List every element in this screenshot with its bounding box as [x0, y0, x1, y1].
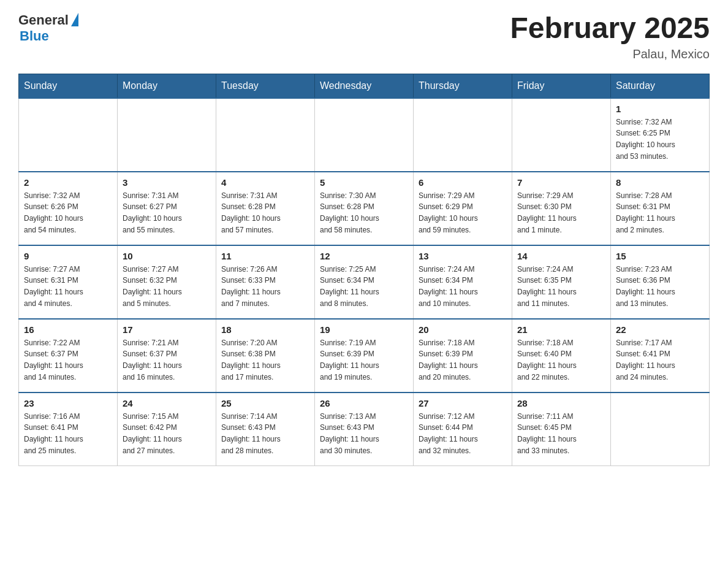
day-info: Sunrise: 7:31 AM Sunset: 6:27 PM Dayligh…	[123, 190, 211, 236]
logo-general-text: General	[18, 12, 69, 28]
weekday-header-row: SundayMondayTuesdayWednesdayThursdayFrid…	[19, 74, 710, 98]
day-number: 10	[123, 251, 211, 261]
calendar-cell: 17Sunrise: 7:21 AM Sunset: 6:37 PM Dayli…	[118, 319, 216, 393]
weekday-header-tuesday: Tuesday	[216, 74, 315, 98]
day-number: 3	[123, 177, 211, 188]
day-number: 15	[616, 251, 704, 261]
day-number: 9	[24, 251, 112, 261]
day-number: 19	[320, 324, 408, 335]
page-header: General Blue February 2025 Palau, Mexico	[18, 12, 710, 61]
day-info: Sunrise: 7:27 AM Sunset: 6:31 PM Dayligh…	[24, 264, 112, 309]
day-number: 18	[221, 324, 309, 335]
calendar-cell: 22Sunrise: 7:17 AM Sunset: 6:41 PM Dayli…	[611, 319, 710, 393]
calendar-cell: 11Sunrise: 7:26 AM Sunset: 6:33 PM Dayli…	[216, 245, 315, 319]
day-number: 13	[419, 251, 507, 261]
calendar-cell	[216, 98, 315, 172]
day-info: Sunrise: 7:15 AM Sunset: 6:42 PM Dayligh…	[123, 411, 211, 456]
week-row-4: 16Sunrise: 7:22 AM Sunset: 6:37 PM Dayli…	[19, 319, 710, 393]
day-info: Sunrise: 7:20 AM Sunset: 6:38 PM Dayligh…	[221, 337, 309, 383]
day-number: 21	[517, 324, 605, 335]
day-info: Sunrise: 7:14 AM Sunset: 6:43 PM Dayligh…	[221, 411, 309, 456]
day-info: Sunrise: 7:25 AM Sunset: 6:34 PM Dayligh…	[320, 264, 408, 309]
calendar-cell: 16Sunrise: 7:22 AM Sunset: 6:37 PM Dayli…	[19, 319, 118, 393]
day-number: 20	[419, 324, 507, 335]
calendar-cell: 4Sunrise: 7:31 AM Sunset: 6:28 PM Daylig…	[216, 172, 315, 245]
weekday-header-saturday: Saturday	[611, 74, 710, 98]
calendar-cell: 1Sunrise: 7:32 AM Sunset: 6:25 PM Daylig…	[611, 98, 710, 172]
day-number: 7	[517, 177, 605, 188]
day-info: Sunrise: 7:23 AM Sunset: 6:36 PM Dayligh…	[616, 264, 704, 309]
calendar-cell	[19, 98, 118, 172]
calendar-cell	[414, 98, 512, 172]
day-number: 22	[616, 324, 704, 335]
day-info: Sunrise: 7:29 AM Sunset: 6:29 PM Dayligh…	[419, 190, 507, 236]
day-number: 5	[320, 177, 408, 188]
calendar-cell: 10Sunrise: 7:27 AM Sunset: 6:32 PM Dayli…	[118, 245, 216, 319]
calendar-cell: 7Sunrise: 7:29 AM Sunset: 6:30 PM Daylig…	[512, 172, 611, 245]
day-info: Sunrise: 7:13 AM Sunset: 6:43 PM Dayligh…	[320, 411, 408, 456]
calendar-cell: 27Sunrise: 7:12 AM Sunset: 6:44 PM Dayli…	[414, 393, 512, 466]
day-info: Sunrise: 7:26 AM Sunset: 6:33 PM Dayligh…	[221, 264, 309, 309]
calendar-cell: 26Sunrise: 7:13 AM Sunset: 6:43 PM Dayli…	[315, 393, 414, 466]
calendar-cell: 28Sunrise: 7:11 AM Sunset: 6:45 PM Dayli…	[512, 393, 611, 466]
calendar-cell: 8Sunrise: 7:28 AM Sunset: 6:31 PM Daylig…	[611, 172, 710, 245]
weekday-header-monday: Monday	[118, 74, 216, 98]
day-number: 1	[616, 104, 704, 114]
day-info: Sunrise: 7:31 AM Sunset: 6:28 PM Dayligh…	[221, 190, 309, 236]
weekday-header-thursday: Thursday	[414, 74, 512, 98]
day-info: Sunrise: 7:24 AM Sunset: 6:34 PM Dayligh…	[419, 264, 507, 309]
calendar-cell	[118, 98, 216, 172]
day-number: 26	[320, 398, 408, 408]
day-number: 8	[616, 177, 704, 188]
calendar-cell: 6Sunrise: 7:29 AM Sunset: 6:29 PM Daylig…	[414, 172, 512, 245]
weekday-header-friday: Friday	[512, 74, 611, 98]
day-info: Sunrise: 7:29 AM Sunset: 6:30 PM Dayligh…	[517, 190, 605, 236]
day-number: 2	[24, 177, 112, 188]
calendar-table: SundayMondayTuesdayWednesdayThursdayFrid…	[18, 74, 710, 467]
calendar-cell: 18Sunrise: 7:20 AM Sunset: 6:38 PM Dayli…	[216, 319, 315, 393]
day-number: 16	[24, 324, 112, 335]
logo-blue-text: Blue	[20, 28, 49, 44]
calendar-cell: 2Sunrise: 7:32 AM Sunset: 6:26 PM Daylig…	[19, 172, 118, 245]
day-number: 11	[221, 251, 309, 261]
day-info: Sunrise: 7:32 AM Sunset: 6:26 PM Dayligh…	[24, 190, 112, 236]
calendar-cell: 23Sunrise: 7:16 AM Sunset: 6:41 PM Dayli…	[19, 393, 118, 466]
location: Palau, Mexico	[510, 47, 710, 61]
day-info: Sunrise: 7:28 AM Sunset: 6:31 PM Dayligh…	[616, 190, 704, 236]
calendar-cell: 5Sunrise: 7:30 AM Sunset: 6:28 PM Daylig…	[315, 172, 414, 245]
calendar-cell: 9Sunrise: 7:27 AM Sunset: 6:31 PM Daylig…	[19, 245, 118, 319]
logo: General Blue	[18, 12, 78, 44]
calendar-cell: 3Sunrise: 7:31 AM Sunset: 6:27 PM Daylig…	[118, 172, 216, 245]
weekday-header-sunday: Sunday	[19, 74, 118, 98]
calendar-cell: 15Sunrise: 7:23 AM Sunset: 6:36 PM Dayli…	[611, 245, 710, 319]
day-number: 17	[123, 324, 211, 335]
day-number: 23	[24, 398, 112, 408]
calendar-cell: 25Sunrise: 7:14 AM Sunset: 6:43 PM Dayli…	[216, 393, 315, 466]
calendar-cell	[512, 98, 611, 172]
month-title: February 2025	[510, 12, 710, 45]
day-info: Sunrise: 7:18 AM Sunset: 6:39 PM Dayligh…	[419, 337, 507, 383]
day-info: Sunrise: 7:16 AM Sunset: 6:41 PM Dayligh…	[24, 411, 112, 456]
week-row-1: 1Sunrise: 7:32 AM Sunset: 6:25 PM Daylig…	[19, 98, 710, 172]
day-info: Sunrise: 7:32 AM Sunset: 6:25 PM Dayligh…	[616, 117, 704, 162]
day-info: Sunrise: 7:30 AM Sunset: 6:28 PM Dayligh…	[320, 190, 408, 236]
day-number: 27	[419, 398, 507, 408]
day-info: Sunrise: 7:19 AM Sunset: 6:39 PM Dayligh…	[320, 337, 408, 383]
week-row-2: 2Sunrise: 7:32 AM Sunset: 6:26 PM Daylig…	[19, 172, 710, 245]
day-info: Sunrise: 7:17 AM Sunset: 6:41 PM Dayligh…	[616, 337, 704, 383]
logo-triangle-icon	[71, 13, 78, 26]
title-block: February 2025 Palau, Mexico	[510, 12, 710, 61]
day-number: 6	[419, 177, 507, 188]
calendar-cell	[315, 98, 414, 172]
calendar-cell: 12Sunrise: 7:25 AM Sunset: 6:34 PM Dayli…	[315, 245, 414, 319]
calendar-cell	[611, 393, 710, 466]
day-number: 28	[517, 398, 605, 408]
day-info: Sunrise: 7:12 AM Sunset: 6:44 PM Dayligh…	[419, 411, 507, 456]
weekday-header-wednesday: Wednesday	[315, 74, 414, 98]
calendar-cell: 13Sunrise: 7:24 AM Sunset: 6:34 PM Dayli…	[414, 245, 512, 319]
day-number: 14	[517, 251, 605, 261]
week-row-5: 23Sunrise: 7:16 AM Sunset: 6:41 PM Dayli…	[19, 393, 710, 466]
day-info: Sunrise: 7:21 AM Sunset: 6:37 PM Dayligh…	[123, 337, 211, 383]
calendar-cell: 24Sunrise: 7:15 AM Sunset: 6:42 PM Dayli…	[118, 393, 216, 466]
day-number: 24	[123, 398, 211, 408]
